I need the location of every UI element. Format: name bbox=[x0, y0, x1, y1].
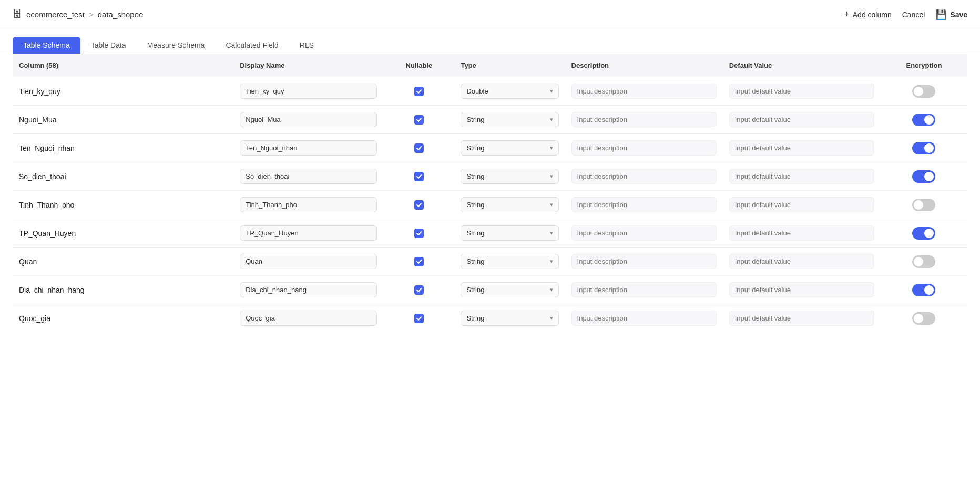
tabs-bar: Table Schema Table Data Measure Schema C… bbox=[0, 29, 980, 54]
description-input[interactable] bbox=[571, 197, 717, 212]
nullable-checkbox[interactable] bbox=[414, 257, 424, 266]
header-nullable: Nullable bbox=[383, 54, 454, 77]
chevron-down-icon: ▾ bbox=[550, 145, 553, 151]
display-name-input[interactable] bbox=[240, 225, 377, 241]
database-icon: 🗄 bbox=[13, 9, 22, 20]
description-input[interactable] bbox=[571, 140, 717, 156]
description-input[interactable] bbox=[571, 112, 717, 127]
display-name-input[interactable] bbox=[240, 254, 377, 269]
nullable-checkbox[interactable] bbox=[414, 200, 424, 210]
table-container: Column (58) Display Name Nullable Type D… bbox=[0, 54, 980, 332]
encryption-toggle[interactable] bbox=[912, 114, 935, 126]
table-row: Quoc_gia String ▾ bbox=[13, 304, 967, 333]
encryption-toggle[interactable] bbox=[912, 85, 935, 98]
type-dropdown[interactable]: String ▾ bbox=[461, 169, 558, 184]
default-value-input[interactable] bbox=[729, 311, 874, 326]
nullable-checkbox[interactable] bbox=[414, 143, 424, 153]
type-dropdown[interactable]: String ▾ bbox=[461, 254, 558, 269]
type-dropdown[interactable]: String ▾ bbox=[461, 112, 558, 127]
encryption-toggle[interactable] bbox=[912, 255, 935, 268]
type-dropdown[interactable]: String ▾ bbox=[461, 282, 558, 297]
add-column-label: Add column bbox=[853, 11, 892, 19]
default-value-input[interactable] bbox=[729, 225, 874, 241]
plus-icon: + bbox=[844, 9, 850, 20]
encryption-toggle[interactable] bbox=[912, 170, 935, 183]
default-value-input[interactable] bbox=[729, 140, 874, 156]
type-dropdown[interactable]: String ▾ bbox=[461, 311, 558, 326]
column-name: TP_Quan_Huyen bbox=[19, 229, 76, 238]
default-value-input[interactable] bbox=[729, 282, 874, 297]
display-name-input[interactable] bbox=[240, 169, 377, 184]
add-column-button[interactable]: + Add column bbox=[844, 9, 891, 20]
default-value-input[interactable] bbox=[729, 84, 874, 99]
toggle-slider bbox=[912, 199, 935, 211]
type-dropdown[interactable]: String ▾ bbox=[461, 140, 558, 156]
description-input[interactable] bbox=[571, 254, 717, 269]
display-name-input[interactable] bbox=[240, 197, 377, 212]
type-value: String bbox=[466, 314, 484, 322]
tab-table-data[interactable]: Table Data bbox=[80, 37, 137, 54]
encryption-toggle[interactable] bbox=[912, 284, 935, 296]
type-value: String bbox=[466, 144, 484, 152]
display-name-input[interactable] bbox=[240, 112, 377, 127]
description-input[interactable] bbox=[571, 311, 717, 326]
description-input[interactable] bbox=[571, 169, 717, 184]
nullable-checkbox[interactable] bbox=[414, 285, 424, 295]
default-value-input[interactable] bbox=[729, 112, 874, 127]
type-value: String bbox=[466, 201, 484, 209]
encryption-toggle[interactable] bbox=[912, 227, 935, 240]
column-name: Nguoi_Mua bbox=[19, 116, 57, 124]
display-name-input[interactable] bbox=[240, 140, 377, 156]
encryption-toggle-wrapper bbox=[887, 255, 961, 268]
tab-rls[interactable]: RLS bbox=[289, 37, 324, 54]
table-row: Tien_ky_quy Double ▾ bbox=[13, 77, 967, 106]
description-input[interactable] bbox=[571, 282, 717, 297]
description-input[interactable] bbox=[571, 225, 717, 241]
encryption-toggle[interactable] bbox=[912, 199, 935, 211]
type-dropdown[interactable]: String ▾ bbox=[461, 225, 558, 241]
chevron-down-icon: ▾ bbox=[550, 88, 553, 95]
table-row: Ten_Nguoi_nhan String ▾ bbox=[13, 134, 967, 162]
column-name: Quan bbox=[19, 257, 37, 266]
default-value-input[interactable] bbox=[729, 197, 874, 212]
nullable-checkbox[interactable] bbox=[414, 229, 424, 238]
default-value-input[interactable] bbox=[729, 169, 874, 184]
type-dropdown[interactable]: Double ▾ bbox=[461, 84, 558, 99]
chevron-down-icon: ▾ bbox=[550, 116, 553, 123]
toggle-slider bbox=[912, 142, 935, 154]
description-input[interactable] bbox=[571, 84, 717, 99]
cancel-button[interactable]: Cancel bbox=[902, 11, 925, 19]
display-name-input[interactable] bbox=[240, 311, 377, 326]
type-dropdown[interactable]: String ▾ bbox=[461, 197, 558, 212]
tab-calculated-field[interactable]: Calculated Field bbox=[215, 37, 289, 54]
display-name-input[interactable] bbox=[240, 84, 377, 99]
column-name: Tinh_Thanh_pho bbox=[19, 201, 74, 209]
type-value: String bbox=[466, 116, 484, 123]
toggle-slider bbox=[912, 284, 935, 296]
header-encryption: Encryption bbox=[881, 54, 967, 77]
toggle-slider bbox=[912, 170, 935, 183]
display-name-input[interactable] bbox=[240, 282, 377, 297]
nullable-checkbox[interactable] bbox=[414, 172, 424, 181]
encryption-toggle-wrapper bbox=[887, 85, 961, 98]
chevron-down-icon: ▾ bbox=[550, 230, 553, 236]
nullable-checkbox[interactable] bbox=[414, 115, 424, 125]
type-value: String bbox=[466, 172, 484, 180]
default-value-input[interactable] bbox=[729, 254, 874, 269]
encryption-toggle-wrapper bbox=[887, 227, 961, 240]
tab-table-schema[interactable]: Table Schema bbox=[13, 37, 80, 54]
header-default-value: Default Value bbox=[723, 54, 881, 77]
chevron-down-icon: ▾ bbox=[550, 173, 553, 180]
tab-measure-schema[interactable]: Measure Schema bbox=[137, 37, 216, 54]
encryption-toggle[interactable] bbox=[912, 312, 935, 325]
encryption-toggle-wrapper bbox=[887, 284, 961, 296]
header-description: Description bbox=[565, 54, 723, 77]
chevron-down-icon: ▾ bbox=[550, 201, 553, 208]
breadcrumb-db: ecommerce_test bbox=[26, 10, 85, 19]
nullable-checkbox[interactable] bbox=[414, 314, 424, 323]
save-button[interactable]: 💾 Save bbox=[935, 9, 967, 20]
column-name: Ten_Nguoi_nhan bbox=[19, 144, 75, 152]
nullable-checkbox[interactable] bbox=[414, 87, 424, 96]
encryption-toggle[interactable] bbox=[912, 142, 935, 154]
header-display-name: Display Name bbox=[233, 54, 383, 77]
